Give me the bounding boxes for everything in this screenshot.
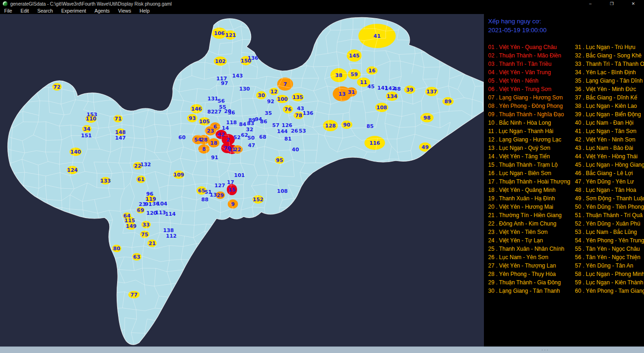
- rank-item-36: 36 . Việt Yên - Minh Đức: [575, 85, 644, 93]
- rank-item-57: 57 . Yên Dũng - Tân An: [575, 261, 644, 270]
- rank-item-50: 50 . Yên Dũng - Tiền Phong: [575, 203, 644, 211]
- commune-label: 89: [444, 99, 451, 105]
- commune-label: 14: [222, 125, 229, 131]
- commune-label: 121: [225, 32, 236, 38]
- rank-item-27: 27 . Việt Yên - Thượng Lan: [488, 261, 575, 270]
- commune-label: 147: [115, 135, 126, 141]
- commune-label: 16: [368, 68, 376, 74]
- panel-timestamp: 2021-05-19 19:00:00: [488, 27, 546, 34]
- menu-bar: FileEditSearchExperimentAgentsViewsHelp: [0, 7, 644, 14]
- risk-ranking-panel: Xếp hạng nguy cơ: 2021-05-19 19:00:00 01…: [484, 14, 644, 346]
- scrollbar-grip[interactable]: ···: [541, 347, 549, 353]
- rank-item-47: 47 . Yên Dũng - Yên Lư: [575, 177, 644, 186]
- commune-label: 95: [276, 157, 283, 163]
- rank-item-43: 43 . Lục Nam - Bảo Đài: [575, 144, 644, 152]
- commune-label: 8: [202, 146, 206, 152]
- commune-label: 102: [215, 58, 226, 64]
- menu-agents[interactable]: Agents: [90, 7, 114, 14]
- commune-label: 88: [201, 197, 208, 203]
- commune-label: 13: [338, 91, 345, 97]
- rank-item-39: 39 . Lục Ngạn - Biển Động: [575, 110, 644, 119]
- rank-item-21: 21 . Thường Tín - Hiền Giang: [488, 211, 575, 219]
- commune-label: 21: [148, 240, 155, 247]
- commune-label: 106: [214, 30, 225, 36]
- commune-label: 23: [207, 128, 214, 134]
- commune-label: 17: [227, 179, 234, 185]
- window-title: generateGISdata - C:\git\Wave3rd\Fourth …: [10, 1, 172, 7]
- commune-label: 30: [258, 92, 265, 99]
- commune-label: 59: [350, 71, 357, 78]
- rank-column-left: 01 . Việt Yên - Quang Châu02 . Thuận Thà…: [488, 43, 575, 295]
- commune-label: 104: [157, 201, 168, 207]
- commune-label: 40: [292, 147, 299, 153]
- commune-label: 29: [217, 192, 224, 198]
- commune-label: 38: [335, 72, 342, 78]
- commune-label: 75: [141, 232, 148, 238]
- commune-label: 15: [228, 187, 235, 193]
- rank-item-60: 60 . Yên Phong - Tam Giang: [575, 287, 644, 295]
- rank-item-09: 09 . Thuận Thành - Nghĩa Đạo: [488, 110, 575, 119]
- commune-label: 91: [145, 201, 152, 207]
- rank-item-35: 35 . Lạng Giang - Tân Dĩnh: [575, 77, 644, 85]
- commune-label: 127: [215, 183, 225, 189]
- map-view[interactable]: 1061214110215013614572117143973859161307…: [0, 14, 484, 346]
- commune-label: 22: [234, 147, 241, 153]
- rank-item-03: 03 . Thanh Trì - Tân Triều: [488, 60, 575, 68]
- rank-item-18: 18 . Việt Yên - Quảng Minh: [488, 186, 575, 194]
- commune-label: 12: [270, 89, 277, 95]
- rank-item-19: 19 . Thanh Xuân - Hạ Đình: [488, 194, 575, 203]
- rank-item-25: 25 . Thanh Xuân - Nhân Chính: [488, 245, 575, 253]
- commune-label: 134: [387, 93, 398, 99]
- menu-edit[interactable]: Edit: [16, 7, 33, 14]
- rank-item-34: 34 . Yên Lạc - Bình Định: [575, 68, 644, 77]
- menu-help[interactable]: Help: [135, 7, 154, 14]
- commune-label: 128: [325, 123, 336, 129]
- commune-label: 50: [247, 135, 255, 141]
- commune-label: 81: [284, 136, 291, 142]
- minimize-button[interactable]: –: [580, 0, 601, 7]
- commune-label: 110: [86, 116, 97, 122]
- commune-label: 33: [142, 222, 149, 228]
- maximize-button[interactable]: ❐: [601, 0, 623, 7]
- rank-item-17: 17 . Thuận Thành - Hoài Thượng: [488, 177, 575, 186]
- commune-label: 136: [248, 55, 259, 61]
- commune-label: 149: [126, 223, 137, 229]
- rank-item-11: 11 . Lục Ngạn - Thanh Hải: [488, 127, 575, 135]
- map-svg: 1061214110215013614572117143973859161307…: [0, 14, 484, 346]
- commune-label: 105: [199, 119, 210, 125]
- rank-item-32: 32 . Bắc Giang - Song Khê: [575, 51, 644, 60]
- menu-views[interactable]: Views: [114, 7, 135, 14]
- rank-item-38: 38 . Lục Ngạn - Kiên Lao: [575, 102, 644, 110]
- menu-search[interactable]: Search: [33, 7, 57, 14]
- menu-file[interactable]: File: [0, 7, 16, 14]
- rank-item-37: 37 . Bắc Giang - Dĩnh Kế: [575, 93, 644, 102]
- commune-label: 113: [155, 210, 166, 216]
- rank-item-15: 15 . Thuận Thành - Trạm Lộ: [488, 161, 575, 169]
- rank-item-55: 55 . Tân Yên - Ngọc Châu: [575, 245, 644, 253]
- rank-item-31: 31 . Lục Ngạn - Trù Hựu: [575, 43, 644, 51]
- commune-label: 53: [299, 128, 306, 134]
- commune-label: 108: [277, 188, 288, 194]
- window-controls: – ❐ ✕: [580, 0, 644, 7]
- commune-label: 2: [226, 137, 230, 143]
- rank-item-04: 04 . Việt Yên - Vân Trung: [488, 68, 575, 77]
- rank-item-33: 33 . Thanh Trì - Tả Thanh Oai: [575, 60, 644, 68]
- commune-label: 72: [53, 84, 60, 90]
- rank-item-26: 26 . Lục Nam - Yên Sơn: [488, 253, 575, 261]
- commune-label: 27: [214, 109, 221, 115]
- rank-item-54: 54 . Yên Phong - Yên Trung: [575, 236, 644, 245]
- commune-label: 69: [137, 207, 144, 213]
- rank-item-24: 24 . Việt Yên - Tự Lạn: [488, 236, 575, 245]
- commune-label: 31: [348, 89, 355, 95]
- commune-label: 36: [228, 110, 235, 116]
- commune-label: 132: [140, 162, 151, 168]
- menu-experiment[interactable]: Experiment: [57, 7, 90, 14]
- horizontal-scrollbar[interactable]: ···: [0, 346, 644, 353]
- rank-item-23: 23 . Việt Yên - Tiên Sơn: [488, 228, 575, 236]
- rank-item-41: 41 . Lục Ngạn - Tân Sơn: [575, 127, 644, 135]
- rank-item-53: 53 . Lục Nam - Bắc Lũng: [575, 228, 644, 236]
- close-button[interactable]: ✕: [623, 0, 644, 7]
- commune-label: 48: [393, 86, 400, 92]
- rank-item-58: 58 . Lục Ngạn - Phong Minh: [575, 270, 644, 278]
- rank-column-right: 31 . Lục Ngạn - Trù Hựu32 . Bắc Giang - …: [575, 43, 644, 295]
